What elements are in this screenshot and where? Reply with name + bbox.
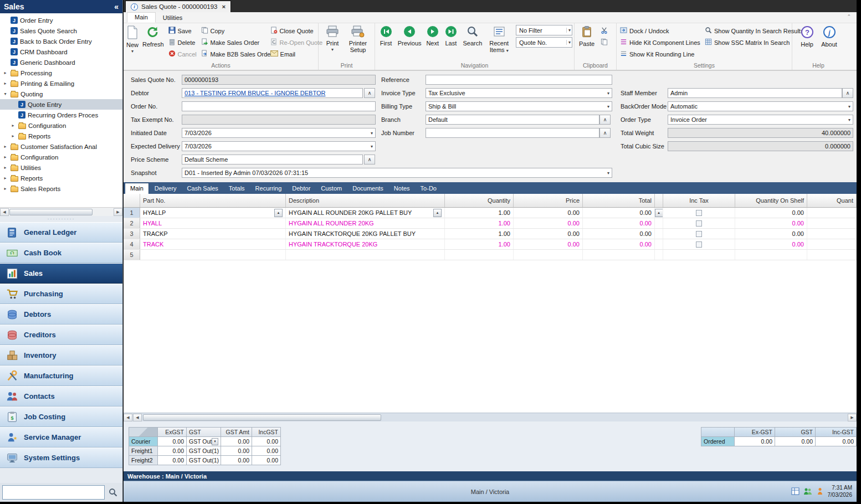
inc-tax-checkbox[interactable] [696,231,702,237]
paste-button[interactable]: Paste [576,24,597,49]
price-cell[interactable]: 0.00 [514,208,583,218]
document-tab[interactable]: i Sales Quote - 0000000193 × [125,1,231,12]
collapsed-arrow-icon[interactable]: ▸ [2,186,8,191]
row-number-cell[interactable]: 5 [124,250,140,260]
total-cell[interactable]: 0.00 [583,208,655,218]
email-button[interactable]: Email [269,48,322,60]
debtor-link[interactable]: 013 - TESTING FROM BRUCE - IGNORE DEBTOR [184,90,325,96]
part-lookup-icon[interactable]: ▴ [274,209,283,217]
help-button[interactable]: ? Help [797,24,817,49]
collapsed-arrow-icon[interactable]: ▸ [2,176,8,181]
tree-item-quote-entry[interactable]: JQuote Entry [0,99,122,110]
module-button-creditors[interactable]: Creditors [0,325,122,345]
detail-tab-notes[interactable]: Notes [389,183,415,194]
branch-field[interactable]: Default [426,115,599,125]
grid-col-header-total[interactable]: Total [583,194,655,207]
collapsed-arrow-icon[interactable]: ▸ [2,70,8,75]
freight-label-cell[interactable]: Freight2 [129,456,158,465]
grid-col-header-part-no[interactable]: Part No. [140,194,286,207]
printer-setup-button[interactable]: Printer Setup [345,24,371,55]
tree-item-sales-quote-search[interactable]: JSales Quote Search [0,25,122,36]
module-button-cash-book[interactable]: $Cash Book [0,243,122,263]
tree-item-utilities[interactable]: ▸Utilities [0,162,122,173]
total-spinner-cell[interactable] [655,239,663,249]
description-cell[interactable]: HYGAIN ALL ROUNDER 20KG PALLET BUY▴ [286,208,445,218]
inc-tax-checkbox[interactable] [696,220,702,227]
cancel-button[interactable]: Cancel [167,48,198,60]
copy-small-button[interactable] [599,37,609,48]
tree-item-customer-satisfaction-anal[interactable]: ▸Customer Satisfaction Anal [0,141,122,152]
module-button-job-costing[interactable]: $Job Costing [0,407,122,427]
detail-tab-cash-sales[interactable]: Cash Sales [182,183,223,194]
inc-tax-checkbox[interactable] [696,241,702,248]
freight-exgst-cell[interactable]: 0.00 [158,437,187,446]
sidebar-search-input[interactable] [2,485,105,500]
detail-tab-to-do[interactable]: To-Do [416,183,442,194]
part-no-cell[interactable]: HYALLP▴ [140,208,286,218]
sidebar-collapse-icon[interactable]: « [114,2,119,11]
detail-tab-recurring[interactable]: Recurring [250,183,287,194]
show-ssc-matrix-in-search-button[interactable]: Show SSC Matrix In Search [703,37,792,48]
backorder-mode-field[interactable]: Automatic▾ [668,101,853,111]
module-button-debtors[interactable]: Debtors [0,304,122,325]
module-button-contacts[interactable]: Contacts [0,386,122,407]
description-cell[interactable] [286,250,445,260]
ribbon-tab-main[interactable]: Main [127,12,156,23]
freight-exgst-cell[interactable]: 0.00 [158,446,187,456]
reopen-quote-button[interactable]: Re-Open Quote [269,37,322,48]
tree-item-back-to-back-order-entry[interactable]: JBack to Back Order Entry [0,36,122,47]
module-button-manufacturing[interactable]: Manufacturing [0,366,122,386]
detail-tab-totals[interactable]: Totals [224,183,250,194]
quantity-cell[interactable]: 1.00 [445,208,514,218]
detail-tab-debtor[interactable]: Debtor [287,183,315,194]
expanded-arrow-icon[interactable]: ▾ [2,91,8,96]
grid-scroll-right-icon[interactable]: ▶ [848,414,857,421]
staff-member-expand-button[interactable]: ∧ [842,88,853,98]
inc-tax-cell[interactable] [663,208,735,218]
row-number-cell[interactable]: 3 [124,229,140,239]
freight-exgst-cell[interactable]: 0.00 [158,456,187,465]
description-cell[interactable]: HYGAIN ALL ROUNDER 20KG [286,218,445,228]
price-cell[interactable]: 0.00 [514,229,583,239]
inc-tax-cell[interactable] [663,218,735,228]
price-cell[interactable]: 0.00 [514,218,583,228]
part-no-cell[interactable]: TRACKP [140,229,286,239]
totals-label-cell[interactable]: Ordered [701,437,735,446]
snapshot-field[interactable]: D01 - Inserted By Admin 07/03/2026 07:31… [182,168,612,178]
detail-tab-custom[interactable]: Custom [316,183,347,194]
initiated-date-field[interactable]: 7/03/2026▾ [182,128,376,138]
save-button[interactable]: Save [167,25,198,37]
collapsed-arrow-icon[interactable]: ▸ [2,81,8,86]
grid-col-header-blank-6[interactable] [655,194,663,207]
grid-col-header-quantity-on-shelf[interactable]: Quantity On Shelf [735,194,807,207]
freight-gst-cell[interactable]: GST Out(1) [187,446,221,456]
quantity-cell[interactable]: 1.00 [445,229,514,239]
tab-close-icon[interactable]: × [222,3,226,10]
total-spinner-icon[interactable]: ▴ [655,209,663,217]
detail-tab-main[interactable]: Main [125,183,149,194]
inc-tax-checkbox[interactable] [696,210,702,216]
total-cell[interactable]: 0.00 [583,239,655,249]
about-button[interactable]: j About [819,24,840,49]
grid-col-header-price[interactable]: Price [514,194,583,207]
collapsed-arrow-icon[interactable]: ▸ [10,133,16,138]
total-cell[interactable] [583,250,655,260]
grid-status-icon[interactable] [791,487,800,496]
tree-item-quoting[interactable]: ▾Quoting [0,89,122,99]
dock-undock-button[interactable]: Dock / Undock [618,25,701,37]
freight-gst-cell[interactable]: GST Out(1) [187,456,221,465]
tree-horizontal-scrollbar[interactable]: ◀ ▶ [0,207,122,216]
grid-scroll-thumb[interactable] [143,414,381,421]
tree-item-reports[interactable]: ▸Reports [0,131,122,141]
grid-horizontal-scrollbar[interactable]: ◀ ◀ ▶ [124,413,857,421]
invoice-type-field[interactable]: Tax Exclusive▾ [426,88,612,98]
grid-col-header-inc-tax[interactable]: Inc Tax [663,194,735,207]
grid-col-header-description[interactable]: Description [286,194,445,207]
grid-col-header-blank-0[interactable] [124,194,140,207]
part-no-cell[interactable]: TRACK [140,239,286,249]
show-quantity-in-search-results-button[interactable]: Show Quantity In Search Results [703,25,792,37]
price-scheme-field[interactable]: Default Scheme [182,155,363,164]
refresh-button[interactable]: Refresh [141,24,165,49]
grid-col-header-quant[interactable]: Quant [807,194,857,207]
inc-tax-cell[interactable] [663,250,735,260]
